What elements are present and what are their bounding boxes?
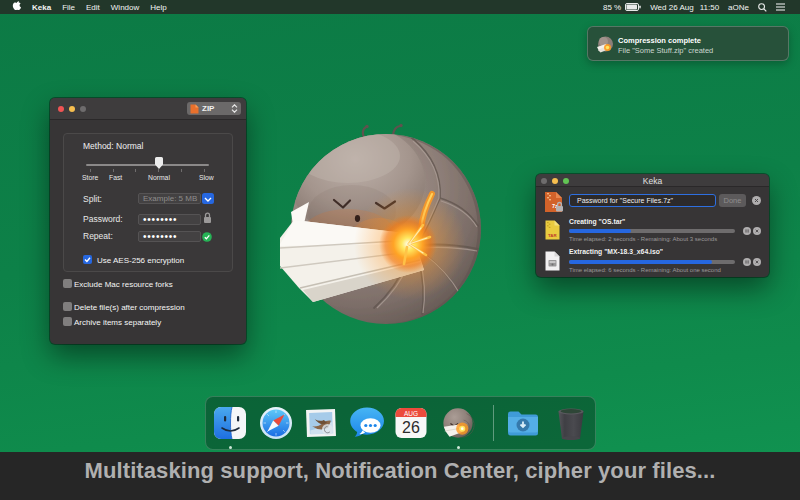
svg-text:TAR: TAR bbox=[548, 233, 558, 238]
svg-text:26: 26 bbox=[402, 419, 420, 436]
svg-text:AUG: AUG bbox=[404, 410, 418, 417]
